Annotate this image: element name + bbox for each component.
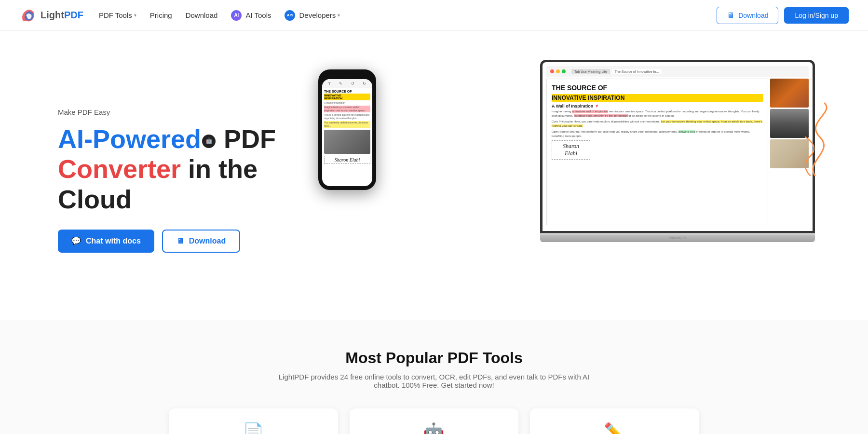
chevron-down-icon: ▾ (134, 13, 136, 18)
navbar: LightPDF PDF Tools ▾ Pricing Download AI… (0, 0, 868, 31)
popular-title: Most Popular PDF Tools (39, 349, 829, 367)
login-signup-button[interactable]: Log in/Sign up (784, 7, 849, 24)
laptop-base: MacBook Pro (540, 234, 815, 242)
phone-pdf-subtitle: INNOVATIVEINSPIRATION (324, 94, 370, 100)
chevron-down-icon-dev: ▾ (338, 13, 340, 18)
tab2: The Source of Innovative In... (612, 69, 662, 74)
phone-content: THE SOURCE OF INNOVATIVEINSPIRATION A Wa… (322, 88, 372, 166)
phone-notch (338, 73, 357, 77)
tab1: Tab Use Meaning Life (571, 69, 610, 74)
phone-pdf-text: A Wall of Inspiration (324, 101, 370, 105)
pdf-doc-subtitle: INNOVATIVE INSPIRATION (552, 94, 763, 102)
phone-signature: Sharon Elahi (324, 156, 370, 164)
nav-link-ai-tools[interactable]: AI AI Tools (231, 10, 271, 21)
laptop-toolbar: Tab Use Meaning Life The Source of Innov… (546, 66, 809, 77)
pdf-to-word-icon: 📄 (180, 422, 326, 434)
pdf-main-content: THE SOURCE OF INNOVATIVE INSPIRATION A W… (546, 79, 768, 225)
pdf-doc-title: THE SOURCE OF (552, 84, 763, 92)
close-dot (550, 69, 554, 73)
laptop-mockup: Tab Use Meaning Life The Source of Innov… (540, 60, 829, 248)
tool-card-ai-for-docs[interactable]: 🤖 AI-Powered AI for Docs (350, 408, 519, 434)
phone-pdf-body: This is a perfect platform for recording… (324, 113, 370, 120)
chat-icon: 💬 (71, 236, 81, 245)
hero-download-button[interactable]: 🖥 Download (162, 230, 240, 253)
laptop-screen: Tab Use Meaning Life The Source of Innov… (540, 60, 815, 233)
pdf-preview: THE SOURCE OF INNOVATIVE INSPIRATION A W… (546, 79, 809, 225)
hero-title-converter: Converter (58, 154, 181, 183)
nav-right: 🖥 Download Log in/Sign up (717, 7, 849, 24)
monitor-icon: 🖥 (727, 11, 734, 20)
phone-frame: T ✎ ↺ ↻ THE SOURCE OF INNOVATIVEINSPIRAT… (318, 69, 376, 190)
pdf-body2: Core Philosophy Here, you can freely exp… (552, 120, 763, 128)
hero-title-ai: AI-Powered (58, 124, 201, 153)
phone-mockup: T ✎ ↺ ↻ THE SOURCE OF INNOVATIVEINSPIRAT… (318, 69, 376, 190)
phone-screen: T ✎ ↺ ↻ THE SOURCE OF INNOVATIVEINSPIRAT… (322, 79, 372, 186)
phone-pdf-highlight-text: Imagine having a massive wall of inspira… (324, 106, 370, 112)
phone-toolbar: T ✎ ↺ ↻ (322, 79, 372, 88)
phone-toolbar-icon3: ↺ (351, 81, 354, 86)
popular-subtitle: LightPDF provides 24 free online tools t… (265, 373, 603, 389)
hero-tagline: Make PDF Easy (58, 108, 289, 116)
nav-download-button[interactable]: 🖥 Download (717, 7, 778, 24)
laptop-content: Tab Use Meaning Life The Source of Innov… (542, 62, 813, 231)
hero-buttons: 💬 Chat with docs 🖥 Download (58, 230, 289, 253)
phone-pdf-image (324, 130, 370, 154)
maximize-dot (562, 69, 566, 73)
phone-toolbar-icon2: ✎ (339, 81, 342, 86)
nav-link-download[interactable]: Download (186, 11, 218, 19)
nav-link-pdf-tools[interactable]: PDF Tools ▾ (99, 11, 136, 19)
pdf-sidebar (770, 79, 809, 225)
edit-pdf-icon: ✏️ (542, 422, 688, 434)
phone-pdf-title: THE SOURCE OF (324, 90, 370, 94)
api-badge-icon: API (285, 10, 295, 21)
nav-links: PDF Tools ▾ Pricing Download AI AI Tools… (99, 10, 340, 21)
pdf-sidebar-img-1 (770, 79, 809, 108)
pdf-body1: Imagine having a massive wall of inspira… (552, 109, 763, 118)
minimize-dot (556, 69, 560, 73)
hero-left: Make PDF Easy AI-Powered🤖 PDF Converter … (58, 108, 289, 252)
ai-badge-icon: AI (231, 10, 242, 21)
pdf-sidebar-img-2 (770, 109, 809, 138)
logo[interactable]: LightPDF (19, 7, 83, 24)
hero-right: T ✎ ↺ ↻ THE SOURCE OF INNOVATIVEINSPIRAT… (289, 60, 829, 301)
hero-section: Make PDF Easy AI-Powered🤖 PDF Converter … (0, 31, 868, 320)
pdf-section-title: A Wall of Inspiration ✦ (552, 104, 763, 108)
download-icon: 🖥 (176, 237, 184, 245)
popular-section: Most Popular PDF Tools LightPDF provides… (0, 320, 868, 434)
toolbar-tabs: Tab Use Meaning Life The Source of Innov… (571, 69, 662, 74)
nav-left: LightPDF PDF Tools ▾ Pricing Download AI… (19, 7, 340, 24)
pdf-body3: Open Source Sharing This platform can al… (552, 130, 763, 138)
tool-card-edit-pdf[interactable]: ✏️ Edit PDF (530, 408, 699, 434)
pdf-sidebar-img-3 (770, 139, 809, 168)
tool-card-pdf-to-word[interactable]: 📄 PDF to Word (169, 408, 338, 434)
phone-toolbar-icon4: ↻ (363, 81, 366, 86)
pdf-signature-box: Sharon Elahi (552, 140, 590, 160)
nav-link-developers[interactable]: API Developers ▾ (285, 10, 340, 21)
hero-title: AI-Powered🤖 PDF Converter in the Cloud (58, 124, 289, 214)
nav-link-pricing[interactable]: Pricing (150, 11, 172, 19)
chat-with-docs-button[interactable]: 💬 Chat with docs (58, 230, 154, 253)
tool-cards: 📄 PDF to Word 🤖 AI-Powered AI for Docs ✏… (169, 408, 699, 434)
phone-pdf-highlight2-text: You can freely draft documents, list ide… (324, 121, 370, 128)
ai-for-docs-icon: 🤖 (361, 422, 507, 434)
phone-toolbar-icon: T (328, 81, 331, 86)
laptop-label: MacBook Pro (540, 234, 815, 239)
pdf-signature-text: Sharon Elahi (556, 143, 586, 157)
ai-robot-icon: 🤖 (202, 135, 216, 148)
logo-icon (19, 7, 37, 24)
logo-text: LightPDF (41, 10, 83, 21)
